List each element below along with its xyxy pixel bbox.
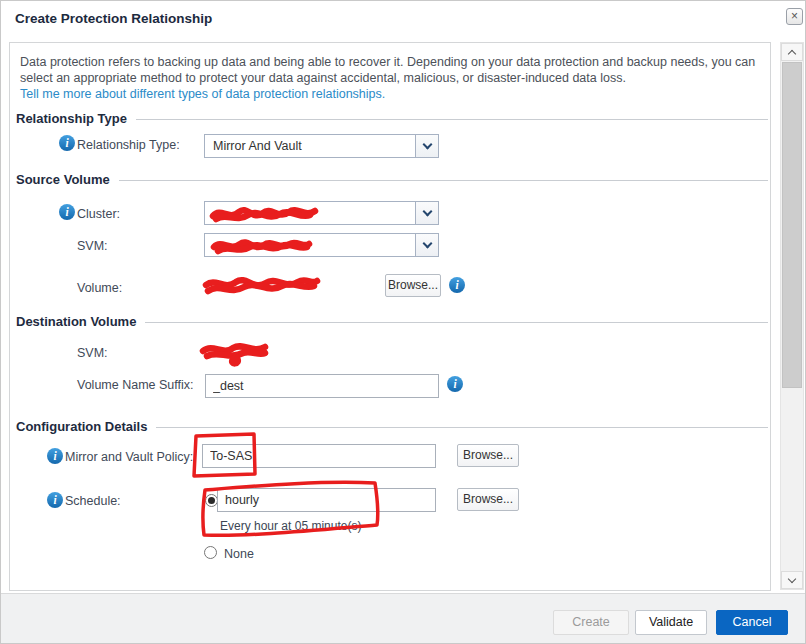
relationship-type-label: Relationship Type: [77,138,180,152]
info-icon[interactable]: i [47,492,63,508]
cluster-label: Cluster: [77,207,120,221]
create-protection-relationship-dialog: Create Protection Relationship × Data pr… [0,0,806,644]
close-button[interactable]: × [786,8,803,25]
scroll-down-icon[interactable] [781,571,803,589]
cancel-button[interactable]: Cancel [716,610,788,635]
section-heading-destination-volume: Destination Volume [16,314,768,329]
scrollbar-thumb[interactable] [782,62,802,388]
policy-input[interactable] [202,444,436,468]
intro-text: Data protection refers to backing up dat… [20,55,755,85]
section-heading-configuration-details: Configuration Details [16,419,768,434]
none-label: None [224,547,254,561]
cluster-select[interactable] [204,201,439,225]
relationship-type-value: Mirror And Vault [213,139,302,153]
dialog-footer: Create Validate Cancel [1,593,806,644]
redaction-scribble [209,203,321,225]
volume-name-suffix-label: Volume Name Suffix: [77,378,194,392]
volume-value [202,273,322,297]
schedule-input[interactable] [217,488,436,512]
section-divider [145,322,768,323]
svm-label: SVM: [77,239,108,253]
relationship-type-select[interactable]: Mirror And Vault [204,134,439,158]
volume-name-suffix-input[interactable] [205,374,439,398]
schedule-label: Schedule: [65,494,121,508]
chevron-down-icon [415,135,438,157]
create-button[interactable]: Create [553,610,629,635]
intro-block: Data protection refers to backing up dat… [20,54,762,102]
chevron-down-icon [415,234,438,256]
info-icon[interactable]: i [59,204,75,220]
none-radio[interactable] [204,546,217,559]
section-heading-relationship-type: Relationship Type [16,111,768,126]
info-icon[interactable]: i [447,376,463,392]
validate-button[interactable]: Validate [635,610,707,635]
section-divider [136,119,768,120]
destination-svm-label: SVM: [77,346,108,360]
volume-browse-button[interactable]: Browse... [385,274,441,297]
learn-more-link[interactable]: Tell me more about different types of da… [20,86,762,102]
destination-svm-value [199,340,273,364]
svm-select[interactable] [204,233,439,257]
section-heading-source-volume: Source Volume [16,172,768,187]
scrollbar[interactable] [780,42,804,590]
close-icon: × [791,9,798,23]
section-divider [156,427,768,428]
redaction-scribble [210,236,314,256]
schedule-browse-button[interactable]: Browse... [457,488,519,511]
info-icon[interactable]: i [59,135,75,151]
info-icon[interactable]: i [47,448,63,464]
redaction-scribble [202,273,322,299]
dialog-content: Data protection refers to backing up dat… [9,42,771,591]
chevron-down-icon [415,202,438,224]
section-divider [119,180,768,181]
redaction-scribble [199,340,273,368]
volume-label: Volume: [77,281,122,295]
info-icon[interactable]: i [449,277,465,293]
schedule-hint: Every hour at 05 minute(s) [220,519,361,533]
dialog-title: Create Protection Relationship [15,11,212,26]
scroll-up-icon[interactable] [781,43,803,61]
policy-browse-button[interactable]: Browse... [457,444,519,467]
policy-label: Mirror and Vault Policy: [65,450,193,464]
